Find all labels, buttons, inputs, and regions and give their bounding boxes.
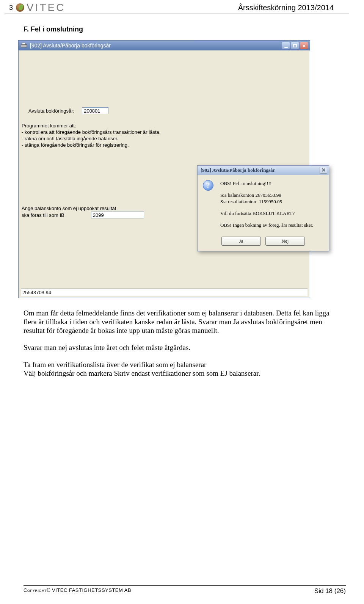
info-line1: - kontrollera att föregående bokföringså… [22, 129, 160, 135]
dialog-line1: OBS! Fel i omslutning!!!! [220, 180, 313, 187]
info-line2: - räkna om och fastställa ingående balan… [22, 135, 160, 142]
bal-line2: ska föras till som IB [22, 212, 64, 218]
main-title-bar: [902] Avsluta/Påbörja bokföringsår × [19, 41, 310, 50]
dialog-line5: OBS! Ingen bokning av föreg. års resulta… [220, 222, 313, 228]
document-title: Årsskifteskörning 2013/2014 [238, 3, 334, 12]
info-block: Programmet kommer att: - kontrollera att… [22, 122, 160, 148]
copyright: Copyright© VITEC FASTIGHETSSYSTEM AB [24, 587, 131, 595]
main-title-text: [902] Avsluta/Påbörja bokföringsår [30, 42, 111, 49]
brand-text: VITEC [27, 2, 65, 14]
close-button[interactable]: × [300, 42, 308, 49]
page-footer: Copyright© VITEC FASTIGHETSSYSTEM AB Sid… [24, 585, 346, 595]
dialog-title-text: [902] Avsluta/Påbörja bokföringsår [201, 167, 275, 173]
avsluta-row: Avsluta bokföringsår: 200801 [28, 107, 108, 114]
question-icon: ? [203, 180, 215, 192]
page-header: 3 VITEC Årsskifteskörning 2013/2014 [5, 0, 349, 14]
logo-area: 3 VITEC [9, 2, 65, 14]
dialog-line3: S:a resultatkonton -1159950.05 [220, 199, 282, 204]
screenshot-area: [902] Avsluta/Påbörja bokföringsår × Avs… [18, 40, 316, 298]
bal-line1: Ange balanskonto som ej uppbokat resulta… [22, 205, 144, 212]
info-line3: - stänga föregående bokföringsår för reg… [22, 142, 160, 148]
page-prefix: 3 [9, 4, 13, 12]
no-button[interactable]: Nej [265, 237, 305, 246]
vitec-logo-icon [16, 3, 24, 12]
print-icon [21, 43, 27, 48]
status-number: 25543703.94 [21, 289, 308, 296]
yes-button[interactable]: Ja [221, 237, 261, 246]
dialog-line2: S:a balanskonton 26703653.99 [220, 192, 281, 198]
paragraph-1: Om man får detta felmeddelande finns det… [24, 309, 340, 335]
dialog-line4: Vill du fortsätta BOKSLUT KLART? [220, 210, 313, 216]
info-heading: Programmet kommer att: [22, 122, 160, 129]
minimize-button[interactable] [282, 42, 290, 49]
page-number: Sid 18 (26) [314, 587, 346, 595]
dialog: [902] Avsluta/Påbörja bokföringsår ✕ ? O… [197, 165, 329, 251]
paragraph-2: Svarar man nej avslutas inte året och fe… [24, 343, 340, 352]
dialog-close-button[interactable]: ✕ [320, 167, 327, 174]
avsluta-input[interactable]: 200801 [82, 107, 108, 114]
dialog-body: ? OBS! Fel i omslutning!!!! S:a balansko… [198, 175, 329, 235]
avsluta-label: Avsluta bokföringsår: [28, 108, 74, 114]
dialog-title-bar: [902] Avsluta/Påbörja bokföringsår ✕ [198, 166, 329, 175]
paragraph-3: Ta fram en verifikationslista över de ve… [24, 360, 340, 378]
dialog-buttons: Ja Nej [198, 235, 329, 251]
section-title: F. Fel i omslutning [24, 25, 364, 33]
dialog-sums: S:a balanskonton 26703653.99 S:a resulta… [220, 192, 313, 205]
bal-input[interactable]: 2099 [91, 212, 144, 218]
balance-block: Ange balanskonto som ej uppbokat resulta… [22, 205, 144, 218]
dialog-text: OBS! Fel i omslutning!!!! S:a balanskont… [220, 180, 313, 231]
body-paragraphs: Om man får detta felmeddelande finns det… [24, 309, 340, 378]
maximize-button[interactable] [291, 42, 299, 49]
